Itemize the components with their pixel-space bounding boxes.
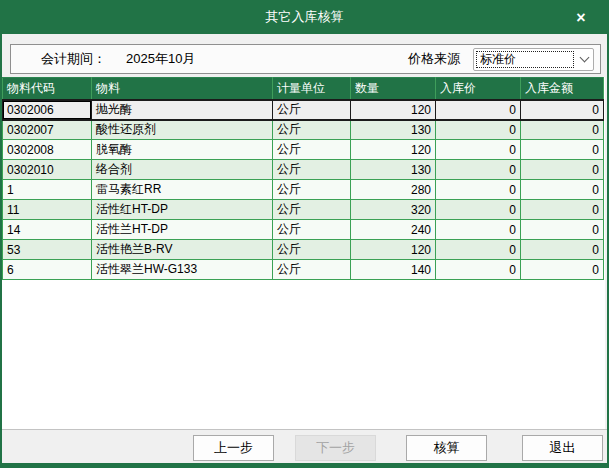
table-row[interactable]: 1 雷马素红RR 公斤 280 0 0 bbox=[3, 180, 604, 200]
cell-price[interactable]: 0 bbox=[436, 260, 521, 280]
cell-qty[interactable]: 120 bbox=[351, 240, 436, 260]
cell-qty[interactable]: 140 bbox=[351, 260, 436, 280]
cell-unit[interactable]: 公斤 bbox=[273, 260, 351, 280]
cell-qty[interactable]: 120 bbox=[351, 140, 436, 160]
titlebar: 其它入库核算 × bbox=[0, 0, 609, 34]
table-row[interactable]: 0302010 络合剂 公斤 130 0 0 bbox=[3, 160, 604, 180]
cell-code[interactable]: 6 bbox=[3, 260, 92, 280]
cell-qty[interactable]: 120 bbox=[351, 100, 436, 120]
cell-material[interactable]: 脱氧酶 bbox=[92, 140, 273, 160]
cell-price[interactable]: 0 bbox=[436, 100, 521, 120]
chevron-down-icon[interactable] bbox=[575, 58, 593, 61]
next-step-button[interactable]: 下一步 bbox=[295, 435, 376, 461]
cell-qty[interactable]: 130 bbox=[351, 160, 436, 180]
cell-amount[interactable]: 0 bbox=[521, 220, 604, 240]
price-source-label: 价格来源 bbox=[408, 50, 460, 68]
cell-code[interactable]: 0302010 bbox=[3, 160, 92, 180]
cell-material[interactable]: 络合剂 bbox=[92, 160, 273, 180]
column-header-qty[interactable]: 数量 bbox=[351, 78, 436, 100]
cell-unit[interactable]: 公斤 bbox=[273, 200, 351, 220]
cell-qty[interactable]: 320 bbox=[351, 200, 436, 220]
table-row[interactable]: 0302008 脱氧酶 公斤 120 0 0 bbox=[3, 140, 604, 160]
cell-price[interactable]: 0 bbox=[436, 120, 521, 140]
cell-price[interactable]: 0 bbox=[436, 160, 521, 180]
column-header-amount[interactable]: 入库金额 bbox=[521, 78, 604, 100]
exit-button[interactable]: 退出 bbox=[522, 435, 603, 461]
calculate-button[interactable]: 核算 bbox=[406, 435, 487, 461]
button-bar: 上一步 下一步 核算 退出 bbox=[2, 429, 607, 463]
cell-price[interactable]: 0 bbox=[436, 220, 521, 240]
cell-material[interactable]: 雷马素红RR bbox=[92, 180, 273, 200]
dialog-title: 其它入库核算 bbox=[266, 8, 344, 26]
cell-unit[interactable]: 公斤 bbox=[273, 120, 351, 140]
cell-code[interactable]: 11 bbox=[3, 200, 92, 220]
cell-code[interactable]: 0302006 bbox=[3, 100, 92, 120]
column-header-material[interactable]: 物料 bbox=[92, 78, 273, 100]
dialog-window: 其它入库核算 × 会计期间： 2025年10月 价格来源 标准价 物料代码 bbox=[0, 0, 609, 468]
cell-material[interactable]: 酸性还原剂 bbox=[92, 120, 273, 140]
cell-code[interactable]: 14 bbox=[3, 220, 92, 240]
cell-price[interactable]: 0 bbox=[436, 180, 521, 200]
cell-code[interactable]: 53 bbox=[3, 240, 92, 260]
table-row[interactable]: 6 活性翠兰HW-G133 公斤 140 0 0 bbox=[3, 260, 604, 280]
cell-amount[interactable]: 0 bbox=[521, 120, 604, 140]
cell-material[interactable]: 活性兰HT-DP bbox=[92, 220, 273, 240]
cell-price[interactable]: 0 bbox=[436, 200, 521, 220]
cell-amount[interactable]: 0 bbox=[521, 240, 604, 260]
cell-amount[interactable]: 0 bbox=[521, 200, 604, 220]
cell-price[interactable]: 0 bbox=[436, 240, 521, 260]
cell-code[interactable]: 1 bbox=[3, 180, 92, 200]
table-row[interactable]: 0302006 抛光酶 公斤 120 0 0 bbox=[3, 100, 604, 120]
cell-unit[interactable]: 公斤 bbox=[273, 140, 351, 160]
table-row[interactable]: 11 活性红HT-DP 公斤 320 0 0 bbox=[3, 200, 604, 220]
cell-amount[interactable]: 0 bbox=[521, 100, 604, 120]
cell-qty[interactable]: 280 bbox=[351, 180, 436, 200]
previous-step-button[interactable]: 上一步 bbox=[193, 435, 274, 461]
cell-material[interactable]: 活性红HT-DP bbox=[92, 200, 273, 220]
table-row[interactable]: 14 活性兰HT-DP 公斤 240 0 0 bbox=[3, 220, 604, 240]
cell-unit[interactable]: 公斤 bbox=[273, 180, 351, 200]
column-header-code[interactable]: 物料代码 bbox=[3, 78, 92, 100]
cell-unit[interactable]: 公斤 bbox=[273, 160, 351, 180]
cell-unit[interactable]: 公斤 bbox=[273, 240, 351, 260]
cell-material[interactable]: 活性艳兰B-RV bbox=[92, 240, 273, 260]
client-area: 会计期间： 2025年10月 价格来源 标准价 物料代码 物料 计量单位 bbox=[2, 34, 607, 463]
cell-code[interactable]: 0302008 bbox=[3, 140, 92, 160]
cell-amount[interactable]: 0 bbox=[521, 180, 604, 200]
period-label: 会计期间： bbox=[41, 50, 106, 68]
cell-unit[interactable]: 公斤 bbox=[273, 100, 351, 120]
cell-material[interactable]: 抛光酶 bbox=[92, 100, 273, 120]
column-header-unit[interactable]: 计量单位 bbox=[273, 78, 351, 100]
header-row: 物料代码 物料 计量单位 数量 入库价 入库金额 bbox=[3, 78, 604, 100]
cell-qty[interactable]: 130 bbox=[351, 120, 436, 140]
filter-bar: 会计期间： 2025年10月 价格来源 标准价 bbox=[10, 44, 601, 74]
price-source-value: 标准价 bbox=[476, 51, 574, 68]
table-row[interactable]: 0302007 酸性还原剂 公斤 130 0 0 bbox=[3, 120, 604, 140]
price-source-select[interactable]: 标准价 bbox=[473, 48, 594, 71]
cell-unit[interactable]: 公斤 bbox=[273, 220, 351, 240]
cell-price[interactable]: 0 bbox=[436, 140, 521, 160]
materials-grid: 物料代码 物料 计量单位 数量 入库价 入库金额 0302006 抛光酶 公斤 … bbox=[2, 77, 605, 429]
cell-code[interactable]: 0302007 bbox=[3, 120, 92, 140]
table-row[interactable]: 53 活性艳兰B-RV 公斤 120 0 0 bbox=[3, 240, 604, 260]
cell-amount[interactable]: 0 bbox=[521, 160, 604, 180]
cell-material[interactable]: 活性翠兰HW-G133 bbox=[92, 260, 273, 280]
cell-amount[interactable]: 0 bbox=[521, 260, 604, 280]
cell-qty[interactable]: 240 bbox=[351, 220, 436, 240]
close-icon[interactable]: × bbox=[571, 8, 591, 28]
cell-amount[interactable]: 0 bbox=[521, 140, 604, 160]
materials-table: 物料代码 物料 计量单位 数量 入库价 入库金额 0302006 抛光酶 公斤 … bbox=[2, 77, 604, 280]
period-value: 2025年10月 bbox=[126, 50, 195, 68]
column-header-price[interactable]: 入库价 bbox=[436, 78, 521, 100]
